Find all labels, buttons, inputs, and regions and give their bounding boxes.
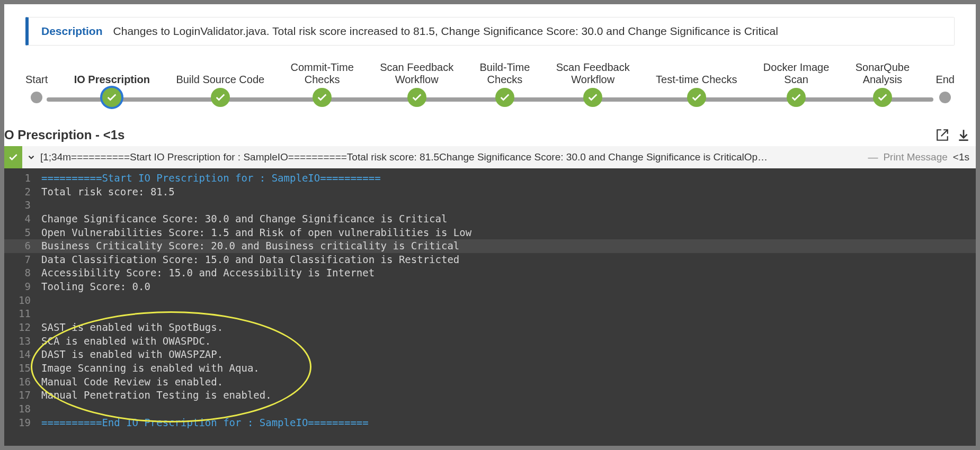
status-success-icon — [4, 146, 22, 168]
line-text: Manual Penetration Testing is enabled. — [41, 389, 976, 402]
description-label: Description — [41, 25, 103, 38]
stage-node-check-icon[interactable] — [495, 88, 514, 107]
stage-node-check-icon[interactable] — [211, 88, 230, 107]
stage-label: Scan FeedbackWorkflow — [556, 60, 630, 88]
line-text: Open Vulnerabilities Score: 1.5 and Risk… — [41, 226, 976, 240]
line-number: 7 — [4, 253, 41, 267]
stage-label: Scan FeedbackWorkflow — [380, 60, 453, 88]
line-number: 11 — [4, 307, 41, 321]
line-text: DAST is enabled with OWASPZAP. — [41, 348, 976, 362]
console-line: 6Business Criticality Score: 20.0 and Bu… — [4, 239, 976, 253]
stage-label: End — [936, 60, 955, 88]
description-text: Changes to LoginValidator.java. Total ri… — [113, 25, 778, 38]
stage-label: SonarQubeAnalysis — [856, 60, 910, 88]
stage-label: Test-time Checks — [656, 60, 737, 88]
stage-node-check-icon[interactable] — [407, 88, 426, 107]
console-line: 5Open Vulnerabilities Score: 1.5 and Ris… — [4, 226, 976, 240]
pipeline-stage[interactable]: Docker ImageScan — [763, 60, 830, 107]
stage-node-check-icon[interactable] — [102, 88, 121, 107]
console-line: 15Image Scanning is enabled with Aqua. — [4, 362, 976, 375]
stage-node-terminal[interactable] — [31, 92, 42, 103]
line-number: 17 — [4, 389, 41, 402]
stage-node-check-icon[interactable] — [873, 88, 892, 107]
line-text: ==========End IO Prescription for : Samp… — [41, 416, 976, 430]
pipeline-stage[interactable]: Test-time Checks — [656, 60, 737, 107]
log-action-separator: — — [868, 151, 878, 163]
download-icon[interactable] — [956, 127, 972, 143]
line-number: 16 — [4, 375, 41, 389]
console-line: 12SAST is enabled with SpotBugs. — [4, 321, 976, 335]
log-summary-text: [1;34m==========Start IO Prescription fo… — [40, 151, 868, 163]
line-text: SAST is enabled with SpotBugs. — [41, 321, 976, 335]
line-number: 18 — [4, 402, 41, 416]
line-text: Manual Code Review is enabled. — [41, 375, 976, 389]
console-line: 16Manual Code Review is enabled. — [4, 375, 976, 389]
console-line: 10 — [4, 294, 976, 308]
line-number: 13 — [4, 335, 41, 348]
console-output: 1==========Start IO Prescription for : S… — [4, 168, 976, 446]
line-number: 10 — [4, 294, 41, 308]
pipeline-stage[interactable]: Build Source Code — [176, 60, 264, 107]
console-line: 14DAST is enabled with OWASPZAP. — [4, 348, 976, 362]
app-frame: Description Changes to LoginValidator.ja… — [4, 4, 976, 446]
stage-label: Build Source Code — [176, 60, 264, 88]
console-line: 8Accessibility Score: 15.0 and Accessibi… — [4, 266, 976, 280]
line-text: ==========Start IO Prescription for : Sa… — [41, 172, 976, 185]
pipeline-stage[interactable]: Scan FeedbackWorkflow — [380, 60, 453, 107]
stage-label: Commit-TimeChecks — [291, 60, 354, 88]
line-text: Accessibility Score: 15.0 and Accessibil… — [41, 266, 976, 280]
log-action-label: Print Message — [883, 151, 947, 163]
line-number: 14 — [4, 348, 41, 362]
pipeline-stages: StartIO PrescriptionBuild Source CodeCom… — [25, 60, 955, 107]
chevron-down-icon[interactable] — [22, 152, 40, 162]
pipeline-stage[interactable]: Start — [25, 60, 48, 103]
stage-node-terminal[interactable] — [939, 92, 951, 103]
console-line: 7Data Classification Score: 15.0 and Dat… — [4, 253, 976, 267]
pipeline-stage[interactable]: Commit-TimeChecks — [291, 60, 354, 107]
line-number: 3 — [4, 199, 41, 212]
pipeline-stage[interactable]: Scan FeedbackWorkflow — [556, 60, 630, 107]
console-line: 19==========End IO Prescription for : Sa… — [4, 416, 976, 430]
console-line: 2Total risk score: 81.5 — [4, 185, 976, 199]
console-line: 11 — [4, 307, 976, 321]
open-external-icon[interactable] — [934, 127, 950, 143]
console-line: 4Change Significance Score: 30.0 and Cha… — [4, 212, 976, 226]
pipeline-stage[interactable]: End — [936, 60, 955, 103]
stage-details-header: O Prescription - <1s — [4, 124, 976, 146]
stage-label: IO Prescription — [74, 60, 150, 88]
stage-label: Start — [25, 60, 48, 88]
console-line: 18 — [4, 402, 976, 416]
pipeline-stage[interactable]: IO Prescription — [74, 60, 150, 107]
pipeline: StartIO PrescriptionBuild Source CodeCom… — [25, 60, 955, 113]
description-banner: Description Changes to LoginValidator.ja… — [25, 17, 955, 46]
line-number: 12 — [4, 321, 41, 335]
stage-node-check-icon[interactable] — [583, 88, 602, 107]
line-text: Business Criticality Score: 20.0 and Bus… — [41, 239, 976, 253]
line-number: 2 — [4, 185, 41, 199]
stage-label: Docker ImageScan — [763, 60, 830, 88]
stage-node-check-icon[interactable] — [313, 88, 332, 107]
line-text: SCA is enabled with OWASPDC. — [41, 335, 976, 348]
log-summary-row[interactable]: [1;34m==========Start IO Prescription fo… — [4, 146, 976, 168]
line-number: 5 — [4, 226, 41, 240]
line-number: 15 — [4, 362, 41, 375]
line-number: 9 — [4, 280, 41, 294]
console-line: 1==========Start IO Prescription for : S… — [4, 172, 976, 185]
console-line: 13SCA is enabled with OWASPDC. — [4, 335, 976, 348]
log-duration: <1s — [953, 151, 969, 163]
line-text: Image Scanning is enabled with Aqua. — [41, 362, 976, 375]
console-line: 9Tooling Score: 0.0 — [4, 280, 976, 294]
stage-label: Build-TimeChecks — [480, 60, 530, 88]
console-line: 3 — [4, 199, 976, 212]
pipeline-stage[interactable]: SonarQubeAnalysis — [856, 60, 910, 107]
console-line: 17Manual Penetration Testing is enabled. — [4, 389, 976, 402]
stage-node-check-icon[interactable] — [787, 88, 806, 107]
line-text: Data Classification Score: 15.0 and Data… — [41, 253, 976, 267]
pipeline-stage[interactable]: Build-TimeChecks — [480, 60, 530, 107]
line-number: 19 — [4, 416, 41, 430]
line-number: 1 — [4, 172, 41, 185]
stage-node-check-icon[interactable] — [687, 88, 706, 107]
line-text: Total risk score: 81.5 — [41, 185, 976, 199]
line-text: Tooling Score: 0.0 — [41, 280, 976, 294]
line-text: Change Significance Score: 30.0 and Chan… — [41, 212, 976, 226]
